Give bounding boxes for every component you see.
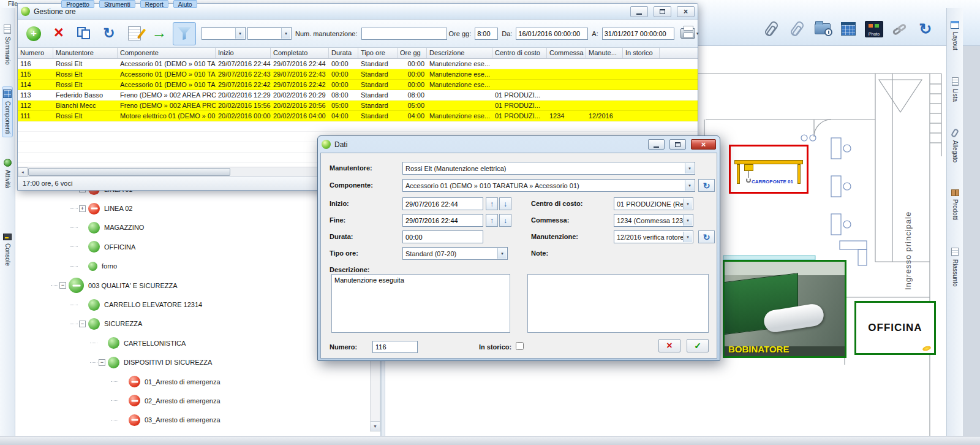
panel-tab-allegato[interactable]: Allegato bbox=[951, 126, 960, 165]
table-cell bbox=[398, 121, 427, 131]
sidebar-tab-attivit[interactable]: Attività bbox=[2, 156, 13, 191]
filter-combo-1[interactable]: ▾ bbox=[202, 27, 246, 40]
lista-icon bbox=[952, 77, 959, 86]
componente-refresh-button[interactable]: ↻ bbox=[698, 179, 715, 192]
attachment-button-2[interactable] bbox=[785, 15, 809, 42]
commessa-combo[interactable]: 1234 (Commessa 1234▾ bbox=[614, 214, 693, 227]
descrizione-textarea[interactable]: Manutenzione eseguita bbox=[331, 274, 510, 333]
table-row-111[interactable]: 111Rossi EltMotore elettrico 01 (DEMO » … bbox=[18, 111, 698, 121]
centro-di-costo-combo[interactable]: 01 PRODUZIONE (Re▾ bbox=[614, 197, 693, 210]
filter-button[interactable] bbox=[173, 22, 196, 45]
panel-tab-layout[interactable]: Layout bbox=[949, 18, 960, 53]
panel-tab-lista[interactable]: Lista bbox=[951, 74, 960, 105]
status-red-icon bbox=[88, 203, 100, 215]
cancel-button[interactable]: × bbox=[658, 339, 680, 352]
table-row-113[interactable]: 113Federido BassoFreno (DEMO » 002 AREA … bbox=[18, 90, 698, 101]
maximize-button[interactable] bbox=[669, 139, 686, 150]
bobinatore-image[interactable]: BOBINATORE bbox=[723, 260, 846, 358]
manutenzione-refresh-button[interactable]: ↻ bbox=[698, 230, 715, 243]
tab-label: Prodotti bbox=[952, 199, 959, 220]
column-header-inizio[interactable]: Inizio bbox=[216, 48, 271, 58]
attachment-button-1[interactable] bbox=[760, 15, 783, 42]
table-row-114[interactable]: 114Rossi EltAccessorio 01 (DEMO » 010 TA… bbox=[18, 80, 698, 90]
scrollbar-thumb[interactable] bbox=[28, 168, 230, 176]
copy-button[interactable] bbox=[72, 22, 96, 45]
sidebar-tab-componenti[interactable]: Componenti bbox=[2, 86, 13, 137]
collapse-icon[interactable]: − bbox=[79, 321, 86, 327]
componente-combo[interactable]: Accessorio 01 (DEMO » 010 TARATURA » Acc… bbox=[402, 179, 695, 192]
inizio-down-button[interactable]: ↓ bbox=[499, 197, 511, 210]
column-header-manutentore[interactable]: Manutentore bbox=[53, 48, 118, 58]
collapse-icon[interactable]: − bbox=[99, 359, 105, 366]
num-manutenzione-input[interactable] bbox=[361, 28, 447, 40]
print-button[interactable]: ▾ bbox=[676, 22, 703, 45]
confirm-button[interactable]: ✓ bbox=[687, 339, 709, 352]
fine-up-button[interactable]: ↑ bbox=[486, 214, 498, 227]
dati-titlebar[interactable]: Dati × bbox=[320, 136, 717, 153]
table-row-116[interactable]: 116Rossi EltAccessorio 01 (DEMO » 010 TA… bbox=[18, 59, 698, 69]
history-archive-button[interactable] bbox=[811, 15, 834, 42]
da-date-input[interactable] bbox=[516, 28, 588, 40]
close-button[interactable]: × bbox=[677, 6, 695, 17]
sidebar-tab-sommario[interactable]: Sommario bbox=[2, 21, 12, 68]
column-header-durata[interactable]: Durata bbox=[329, 48, 358, 58]
numero-input[interactable] bbox=[372, 341, 418, 353]
panel-tab-riassunto[interactable]: Riassunto bbox=[950, 245, 960, 289]
tree-item-01-arresto-di-emergenza[interactable]: 01_Arresto di emergenza bbox=[15, 372, 380, 391]
photo-button[interactable]: Photo bbox=[862, 15, 886, 42]
crane-cable bbox=[748, 171, 749, 178]
scroll-left-icon[interactable]: ◂ bbox=[18, 167, 28, 177]
add-button[interactable]: + bbox=[22, 22, 45, 45]
sidebar-tab-console[interactable]: Console bbox=[2, 230, 13, 269]
collapse-icon[interactable]: − bbox=[59, 282, 66, 289]
inizio-input[interactable] bbox=[402, 197, 483, 210]
carroponte-image[interactable]: CARROPONTE 01 bbox=[729, 145, 809, 194]
tree-item-02-arresto-di-emergenza[interactable]: 02_Arresto di emergenza bbox=[15, 391, 380, 410]
note-textarea[interactable] bbox=[527, 274, 709, 333]
tree-connector bbox=[70, 246, 78, 247]
a-date-input[interactable] bbox=[602, 28, 674, 40]
refresh-button[interactable]: ↻ bbox=[97, 22, 121, 45]
column-header-numero[interactable]: Numero bbox=[18, 48, 53, 58]
scroll-down-icon[interactable]: ▼ bbox=[371, 421, 380, 431]
column-header-in-storico[interactable]: In storico bbox=[623, 48, 660, 58]
table-row-empty[interactable] bbox=[18, 121, 698, 132]
tree-item-03-arresto-di-emergenza[interactable]: 03_Arresto di emergenza bbox=[15, 411, 380, 430]
manutentore-combo[interactable]: Rossi Elt (Manutenzione elettrica)▾ bbox=[402, 162, 695, 175]
officina-box[interactable]: OFFICINA bbox=[854, 301, 936, 355]
table-cell: 04:00 bbox=[398, 111, 427, 121]
filter-combo-2[interactable]: ▾ bbox=[247, 27, 292, 40]
column-header-completato[interactable]: Completato bbox=[271, 48, 329, 58]
tipo-ore-combo[interactable]: Standard (07-20)▾ bbox=[402, 247, 508, 260]
panel-tab-prodotti[interactable]: Prodotti bbox=[950, 186, 960, 223]
manutenzione-combo[interactable]: 12/2016 verifica rotore▾ bbox=[614, 230, 693, 243]
fine-down-button[interactable]: ↓ bbox=[499, 214, 511, 227]
column-header-tipo-ore[interactable]: Tipo ore bbox=[358, 48, 398, 58]
inizio-up-button[interactable]: ↑ bbox=[486, 197, 498, 210]
minimize-button[interactable] bbox=[648, 139, 665, 150]
refresh-layout-button[interactable]: ↻ bbox=[914, 15, 937, 42]
table-row-115[interactable]: 115Rossi EltAccessorio 01 (DEMO » 010 TA… bbox=[18, 69, 698, 80]
expand-icon[interactable]: + bbox=[79, 205, 86, 212]
gestione-ore-titlebar[interactable]: Gestione ore × bbox=[18, 4, 698, 20]
planner-button[interactable] bbox=[837, 15, 860, 42]
column-header-componente[interactable]: Componente bbox=[118, 48, 216, 58]
column-header-centro-di-costo[interactable]: Centro di costo bbox=[492, 48, 547, 58]
column-header-descrizione[interactable]: Descrizione bbox=[427, 48, 492, 58]
minimize-button[interactable] bbox=[630, 6, 648, 17]
tree-item-label: CARTELLONISTICA bbox=[124, 340, 186, 347]
edit-button[interactable] bbox=[123, 22, 146, 45]
ore-gg-input[interactable] bbox=[475, 28, 498, 40]
close-button[interactable]: × bbox=[691, 139, 716, 150]
column-header-commessa[interactable]: Commessa bbox=[547, 48, 586, 58]
durata-input[interactable] bbox=[402, 230, 483, 243]
table-row-112[interactable]: 112Bianchi MeccFreno (DEMO » 002 AREA PR… bbox=[18, 101, 698, 111]
link-button[interactable] bbox=[888, 15, 911, 42]
fine-input[interactable] bbox=[402, 214, 483, 227]
in-storico-checkbox[interactable] bbox=[516, 342, 524, 350]
column-header-manute[interactable]: Manute... bbox=[586, 48, 623, 58]
column-header-ore-gg[interactable]: Ore gg bbox=[398, 48, 427, 58]
maximize-button[interactable] bbox=[654, 6, 671, 17]
delete-button[interactable]: × bbox=[47, 22, 70, 45]
export-button[interactable]: → bbox=[148, 22, 171, 45]
